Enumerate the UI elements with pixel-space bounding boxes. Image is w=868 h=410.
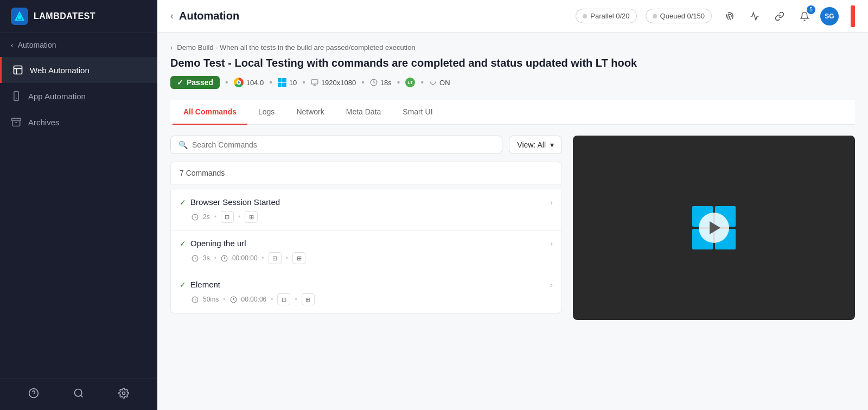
lt-hook-icon: LT (405, 78, 415, 87)
command-meta: 3s • 00:00:00 • ⊡ • ⊞ (192, 252, 553, 264)
check-mark: ✓ (177, 78, 183, 87)
sidebar-nav: Web Automation App Automation Archives (0, 57, 157, 379)
command-meta: 50ms • 00:00:06 • ⊡ • ⊞ (192, 293, 553, 305)
sidebar-footer (0, 379, 157, 410)
app-automation-label: App Automation (28, 92, 86, 101)
content-area: ‹ Demo Build - When all the tests in the… (157, 33, 868, 410)
os-version: 10 (289, 79, 297, 87)
test-meta-row: ✓ Passed • 104.0 • 10 • 1920 (170, 76, 855, 89)
two-col-layout: 🔍 View: All ▾ 7 Commands (170, 136, 855, 320)
search-box[interactable]: 🔍 (170, 136, 502, 154)
os-info: 10 (278, 78, 297, 87)
status-badge: ✓ Passed (170, 76, 220, 89)
sidebar-item-archives[interactable]: Archives (0, 109, 157, 135)
user-avatar[interactable]: SG (820, 7, 839, 25)
sidebar: LAMBDATEST ‹ Automation Web Automation A… (0, 0, 157, 410)
link-icon[interactable] (770, 7, 789, 25)
sep3: • (302, 78, 305, 87)
resolution-value: 1920x1080 (321, 79, 356, 87)
table-row[interactable]: ✓ Opening the url › 3s • 00:00:00 • (171, 231, 561, 272)
check-icon: ✓ (180, 239, 186, 248)
search-icon: 🔍 (178, 140, 188, 149)
fingerprint-icon[interactable] (720, 7, 739, 25)
commands-count: 7 Commands (170, 162, 562, 184)
timestamp-icon (230, 296, 237, 303)
check-icon: ✓ (180, 198, 186, 207)
test-title: Demo Test - Local Testing with commands … (170, 57, 855, 69)
video-column (573, 136, 855, 320)
resolution-icon (311, 79, 318, 86)
table-row[interactable]: ✓ Browser Session Started › 2s • ⊡ • ⊞ (171, 190, 561, 231)
sep1: • (225, 78, 228, 87)
search-filter-row: 🔍 View: All ▾ (170, 136, 562, 154)
screenshot-icon-box: ⊡ (269, 252, 282, 264)
windows-icon (278, 78, 286, 87)
svg-point-1 (17, 15, 21, 19)
sidebar-item-web-automation[interactable]: Web Automation (0, 57, 157, 83)
view-dropdown[interactable]: View: All ▾ (509, 136, 562, 154)
cmd-timestamp: 00:00:06 (241, 296, 267, 303)
search-input[interactable] (192, 140, 494, 149)
app-automation-icon (11, 91, 22, 101)
command-title: ✓ Browser Session Started (180, 197, 280, 207)
status-label: Passed (187, 78, 213, 87)
clock-icon (370, 79, 378, 86)
svg-rect-5 (12, 118, 21, 120)
time-icon (192, 214, 199, 221)
cmd-duration: 2s (203, 213, 210, 221)
sep6: • (420, 78, 424, 87)
breadcrumb[interactable]: ‹ Demo Build - When all the tests in the… (170, 43, 855, 52)
command-meta: 2s • ⊡ • ⊞ (192, 211, 553, 223)
tab-meta-data[interactable]: Meta Data (335, 100, 392, 124)
web-automation-icon (12, 65, 23, 75)
command-title: ✓ Element (180, 280, 220, 289)
sidebar-back-label: Automation (18, 41, 56, 49)
chevron-right-icon: › (550, 239, 553, 248)
sidebar-item-app-automation[interactable]: App Automation (0, 83, 157, 109)
brand-name: LAMBDATEST (34, 11, 95, 21)
tunnel-label: ON (439, 79, 450, 87)
tab-smart-ui[interactable]: Smart UI (392, 100, 443, 124)
svg-point-9 (123, 392, 125, 395)
commands-column: 🔍 View: All ▾ 7 Commands (170, 136, 562, 313)
parallel-dot (583, 14, 587, 18)
analytics-icon[interactable] (745, 7, 764, 25)
check-icon: ✓ (180, 280, 186, 289)
archives-label: Archives (28, 118, 60, 127)
command-name: Opening the url (190, 239, 246, 248)
cmd-duration: 3s (203, 254, 210, 262)
play-button[interactable] (699, 213, 729, 243)
svg-rect-10 (311, 80, 318, 84)
help-icon[interactable] (28, 388, 39, 401)
svg-point-8 (74, 389, 81, 396)
sidebar-back-button[interactable]: ‹ Automation (0, 33, 157, 57)
svg-rect-2 (14, 66, 22, 74)
queued-label: Queued 0/150 (660, 12, 705, 20)
notification-icon[interactable]: 5 (795, 7, 814, 25)
element-icon-box: ⊞ (302, 293, 315, 305)
chrome-icon (234, 78, 244, 87)
tunnel-icon (429, 79, 437, 86)
sep2: • (269, 78, 272, 87)
header-right: Parallel 0/20 Queued 0/150 (576, 5, 855, 27)
cmd-duration: 50ms (203, 296, 219, 303)
video-panel[interactable] (573, 136, 855, 320)
top-header: ‹ Automation Parallel 0/20 Queued 0/150 (157, 0, 868, 33)
sep5: • (397, 78, 400, 87)
breadcrumb-back-arrow: ‹ (170, 43, 173, 52)
sidebar-collapse-button[interactable]: ‹ (170, 10, 174, 22)
chevron-right-icon: › (550, 198, 553, 207)
tabs-bar: All Commands Logs Network Meta Data Smar… (170, 100, 855, 125)
screenshot-icon-box: ⊡ (221, 211, 234, 223)
command-name: Browser Session Started (190, 197, 280, 207)
search-footer-icon[interactable] (73, 388, 84, 401)
table-row[interactable]: ✓ Element › 50ms • 00:00:06 • (171, 272, 561, 313)
tab-network[interactable]: Network (285, 100, 335, 124)
duration-value: 18s (380, 79, 392, 87)
settings-icon[interactable] (118, 388, 129, 401)
tab-all-commands[interactable]: All Commands (173, 100, 247, 124)
tab-logs[interactable]: Logs (247, 100, 285, 124)
screenshot-icon-box: ⊡ (277, 293, 290, 305)
view-label: View: All (517, 140, 546, 149)
browser-info: 104.0 (234, 78, 264, 87)
